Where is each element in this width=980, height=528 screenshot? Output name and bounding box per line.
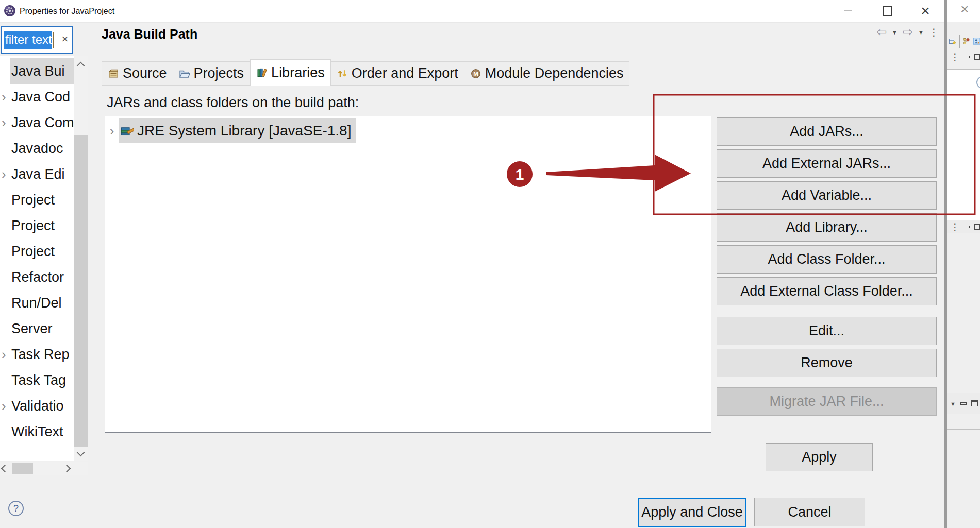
text-caret (53, 32, 54, 48)
app-properties-icon (4, 5, 16, 17)
tab[interactable]: Module Dependencies (464, 61, 630, 86)
apply-and-close-button[interactable]: Apply and Close (638, 498, 746, 527)
action-button[interactable]: Migrate JAR File... (717, 387, 937, 416)
back-dropdown-icon[interactable] (892, 27, 898, 37)
apply-button[interactable]: Apply (766, 443, 873, 471)
view-menu-icon[interactable] (950, 221, 960, 233)
dialog-titlebar: Properties for JavaProject (0, 0, 944, 23)
sidebar-horizontal-scrollbar[interactable] (0, 462, 88, 475)
maximize-button[interactable] (875, 0, 899, 22)
help-icon[interactable] (8, 501, 24, 516)
scroll-down-icon[interactable] (77, 449, 85, 457)
scrollbar-thumb[interactable] (12, 463, 33, 474)
sidebar-item[interactable]: › Java Edi (0, 161, 74, 187)
sidebar-item[interactable]: › Project (0, 213, 74, 239)
sidebar-item[interactable]: › Javadoc (0, 135, 74, 161)
action-button[interactable]: Add External JARs... (717, 149, 937, 178)
sidebar-item[interactable]: › Validatio (0, 393, 74, 419)
forward-dropdown-icon[interactable] (918, 27, 924, 37)
sidebar-item[interactable]: › Task Tag (0, 367, 74, 393)
background-close-icon[interactable] (960, 1, 969, 18)
sidebar-item[interactable]: › Java Cod (0, 84, 74, 110)
tab[interactable]: Libraries (250, 59, 331, 86)
sidebar-item-label: Task Rep (11, 347, 70, 362)
expand-chevron-icon[interactable]: › (2, 342, 6, 367)
button-label: Add Variable... (782, 188, 872, 203)
tab-label: Order and Export (352, 65, 458, 81)
tree-item[interactable]: › JRE System Library [JavaSE-1.8] (105, 118, 711, 143)
tab[interactable]: Projects (173, 61, 251, 86)
sidebar-item[interactable]: › Server (0, 316, 74, 342)
divider (947, 69, 980, 70)
dialog-title: Properties for JavaProject (20, 0, 114, 22)
scroll-up-icon[interactable] (77, 62, 85, 70)
maximize-panel-icon[interactable] (974, 224, 980, 230)
cancel-button[interactable]: Cancel (754, 498, 865, 526)
view-menu-icon[interactable] (929, 26, 939, 38)
sidebar-item-label: Java Edi (11, 166, 65, 182)
tab-icon (337, 68, 348, 79)
view-menu-icon[interactable] (950, 51, 960, 63)
sidebar-item-label: Java Com (11, 115, 74, 130)
background-editor-area (947, 70, 980, 220)
action-button[interactable]: Remove (717, 349, 937, 377)
minimize-panel-icon[interactable] (960, 402, 967, 405)
user-library-icon[interactable] (973, 35, 980, 47)
sidebar-item-label: Run/Del (11, 295, 62, 311)
maximize-panel-icon[interactable] (971, 400, 978, 406)
sidebar-item-label: Project (11, 218, 55, 233)
minimize-panel-icon[interactable] (965, 226, 970, 228)
button-label: Apply and Close (641, 504, 743, 520)
minimize-panel-icon[interactable] (965, 56, 970, 58)
minimize-icon (844, 10, 852, 11)
sidebar-item-label: Server (11, 321, 53, 336)
action-button[interactable]: Add Library... (717, 213, 937, 242)
action-button[interactable]: Edit... (717, 317, 937, 345)
sidebar-item[interactable]: › Run/Del (0, 290, 74, 316)
tab-label: Projects (194, 65, 244, 81)
tree-item-selection[interactable]: JRE System Library [JavaSE-1.8] (119, 118, 356, 143)
panel-header (947, 393, 980, 414)
expand-chevron-icon[interactable]: › (105, 123, 119, 139)
sidebar-item[interactable]: › WikiText (0, 419, 74, 445)
button-label: Cancel (788, 504, 831, 520)
sidebar-item[interactable]: › Task Rep (0, 342, 74, 367)
filter-clear-icon[interactable] (59, 27, 71, 51)
migrate-buttons-group: Migrate JAR File... (717, 387, 937, 416)
tab-icon (470, 68, 481, 79)
sidebar-vertical-scrollbar[interactable] (74, 56, 88, 461)
expand-chevron-icon[interactable]: › (2, 84, 6, 110)
tab[interactable]: Source (102, 61, 173, 86)
dropdown-icon[interactable] (950, 399, 956, 408)
list-caption: JARs and class folders on the build path… (107, 95, 359, 111)
minimize-button[interactable] (836, 0, 860, 22)
action-button[interactable]: Add External Class Folder... (717, 277, 937, 305)
tab[interactable]: Order and Export (331, 61, 464, 86)
scroll-left-icon[interactable] (1, 465, 9, 473)
maximize-panel-icon[interactable] (974, 54, 980, 60)
build-path-list[interactable]: › JRE System Library [JavaSE-1.8] (105, 116, 711, 433)
button-label: Edit... (809, 323, 844, 339)
expand-chevron-icon[interactable]: › (2, 161, 6, 187)
expand-chevron-icon[interactable]: › (2, 393, 6, 419)
action-button[interactable]: Add Class Folder... (717, 245, 937, 274)
sidebar-item[interactable]: › Project (0, 239, 74, 264)
button-label: Add Library... (786, 219, 868, 235)
panel-header (947, 220, 980, 233)
expand-chevron-icon[interactable]: › (2, 110, 6, 135)
sidebar-item[interactable]: › Java Bui (0, 58, 74, 84)
hierarchy-icon[interactable] (962, 35, 970, 47)
add-buttons-group: Add JARs... Add External JARs... Add Var… (717, 117, 937, 305)
forward-arrow-icon[interactable] (903, 25, 913, 39)
sidebar-item-label: Javadoc (11, 141, 63, 156)
sidebar-item[interactable]: › Refactor (0, 264, 74, 290)
action-button[interactable]: Add Variable... (717, 181, 937, 210)
scrollbar-thumb[interactable] (74, 135, 88, 447)
back-arrow-icon[interactable] (876, 25, 887, 39)
action-button[interactable]: Add JARs... (717, 117, 937, 146)
close-button[interactable] (913, 0, 937, 22)
scroll-right-icon[interactable] (63, 465, 71, 473)
new-view-icon[interactable] (949, 35, 956, 47)
sidebar-item[interactable]: › Project (0, 187, 74, 213)
sidebar-item[interactable]: › Java Com (0, 110, 74, 135)
